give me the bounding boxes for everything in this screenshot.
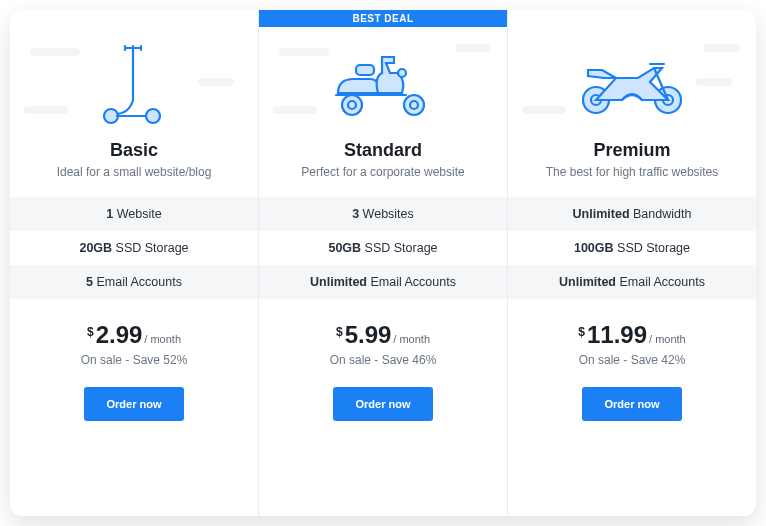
feature-item: Unlimited Email Accounts <box>508 265 756 299</box>
feature-list: 3 Websites 50GB SSD Storage Unlimited Em… <box>259 197 507 299</box>
feature-item: Unlimited Bandwidth <box>508 197 756 231</box>
cloud-deco <box>455 44 491 52</box>
best-deal-badge: BEST DEAL <box>259 10 507 27</box>
pricing-table: Basic Ideal for a small website/blog 1 W… <box>10 10 756 516</box>
plan-premium: Premium The best for high traffic websit… <box>507 10 756 516</box>
price-amount: 5.99 <box>345 321 392 348</box>
plan-icon-area <box>10 28 258 138</box>
cloud-deco <box>24 106 68 114</box>
plan-title: Basic <box>110 140 158 161</box>
feature-item: 1 Website <box>10 197 258 231</box>
price: $5.99/ month <box>330 321 437 349</box>
feature-list: 1 Website 20GB SSD Storage 5 Email Accou… <box>10 197 258 299</box>
cloud-deco <box>30 48 80 56</box>
svg-point-13 <box>398 69 406 77</box>
price-block: $11.99/ month On sale - Save 42% <box>578 321 685 367</box>
plan-standard: BEST DEAL Standard Perfect for a corpora… <box>258 10 507 516</box>
svg-rect-9 <box>356 65 374 75</box>
cloud-deco <box>279 48 329 56</box>
cloud-deco <box>273 106 317 114</box>
feature-item: 20GB SSD Storage <box>10 231 258 265</box>
feature-item: 50GB SSD Storage <box>259 231 507 265</box>
plan-icon-area <box>259 28 507 138</box>
scooter-icon <box>99 38 169 128</box>
cloud-deco <box>198 78 234 86</box>
feature-item: 3 Websites <box>259 197 507 231</box>
order-button[interactable]: Order now <box>84 387 183 421</box>
svg-point-8 <box>404 95 424 115</box>
sale-text: On sale - Save 42% <box>578 353 685 367</box>
price: $2.99/ month <box>81 321 188 349</box>
price-period: / month <box>393 333 430 345</box>
plan-subtitle: The best for high traffic websites <box>534 165 731 179</box>
plan-basic: Basic Ideal for a small website/blog 1 W… <box>10 10 258 516</box>
plan-title: Premium <box>593 140 670 161</box>
currency: $ <box>578 325 585 339</box>
plan-icon-area <box>508 28 756 138</box>
feature-item: Unlimited Email Accounts <box>259 265 507 299</box>
plan-subtitle: Ideal for a small website/blog <box>45 165 224 179</box>
svg-point-7 <box>342 95 362 115</box>
price-amount: 11.99 <box>587 321 647 348</box>
moped-icon <box>328 43 438 123</box>
cloud-deco <box>696 78 732 86</box>
plan-subtitle: Perfect for a corporate website <box>289 165 476 179</box>
price-amount: 2.99 <box>96 321 143 348</box>
motorcycle-icon <box>572 46 692 120</box>
feature-list: Unlimited Bandwidth 100GB SSD Storage Un… <box>508 197 756 299</box>
sale-text: On sale - Save 46% <box>330 353 437 367</box>
price-block: $2.99/ month On sale - Save 52% <box>81 321 188 367</box>
sale-text: On sale - Save 52% <box>81 353 188 367</box>
cloud-deco <box>704 44 740 52</box>
price-period: / month <box>649 333 686 345</box>
svg-point-5 <box>146 109 160 123</box>
order-button[interactable]: Order now <box>582 387 681 421</box>
plan-title: Standard <box>344 140 422 161</box>
feature-item: 5 Email Accounts <box>10 265 258 299</box>
price-period: / month <box>144 333 181 345</box>
currency: $ <box>336 325 343 339</box>
feature-item: 100GB SSD Storage <box>508 231 756 265</box>
order-button[interactable]: Order now <box>333 387 432 421</box>
price: $11.99/ month <box>578 321 685 349</box>
cloud-deco <box>522 106 566 114</box>
price-block: $5.99/ month On sale - Save 46% <box>330 321 437 367</box>
currency: $ <box>87 325 94 339</box>
